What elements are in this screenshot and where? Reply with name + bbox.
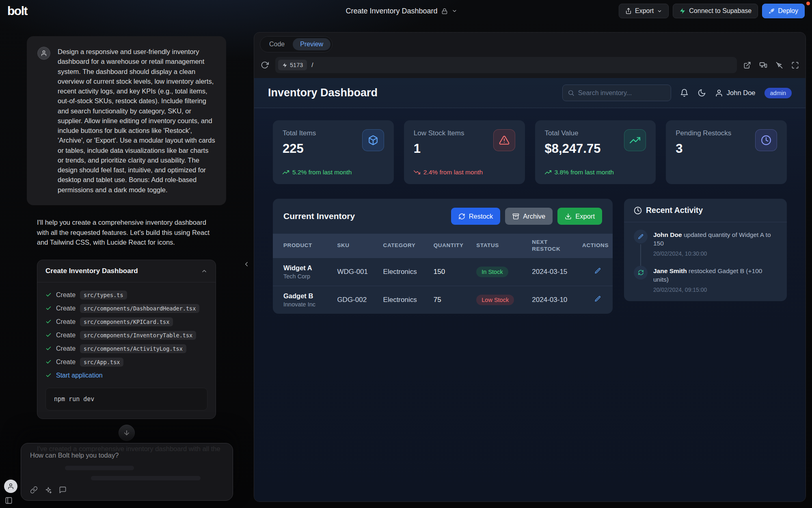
devices-icon[interactable] [759,61,767,69]
port-badge[interactable]: 5173 [278,60,307,70]
quantity-cell[interactable]: 150 [430,258,473,286]
port-bolt-icon [282,63,287,68]
activity-timestamp: 20/02/2024, 09:15:00 [653,287,777,293]
lock-icon [442,8,448,14]
user-menu[interactable]: John Doe [715,89,756,97]
sidebar-toggle-icon[interactable] [5,497,13,504]
column-header: Next Restock [528,234,578,258]
supabase-bolt-icon [679,8,686,14]
activity-item: Jane Smith restocked Gadget B (+100 unit… [634,266,777,293]
dark-mode-toggle-moon-icon[interactable] [698,89,706,97]
check-icon [45,292,52,298]
status-badge: In Stock [476,267,508,277]
search-input[interactable] [578,89,666,97]
role-badge: admin [764,88,792,98]
user-icon [715,89,723,97]
edit-pencil-icon[interactable] [594,295,601,302]
file-chip[interactable]: src/components/DashboardHeader.tsx [80,304,199,313]
file-chip[interactable]: src/components/ActivityLog.tsx [80,344,186,353]
scroll-to-bottom-button[interactable] [119,425,135,441]
kpi-pending-restocks: Pending Restocks 3 [666,120,787,184]
fullscreen-icon[interactable] [791,61,799,69]
build-card-title: Create Inventory Dashboard [45,267,138,275]
file-chip[interactable]: src/App.tsx [80,358,123,367]
editor-tabs-row: Code Preview [254,33,806,55]
current-inventory-card: Current Inventory Restock Archive [273,199,613,314]
bell-icon[interactable] [680,89,689,97]
chat-panel: Design a responsive and user-friendly in… [27,36,226,453]
inventory-search[interactable] [562,85,671,101]
export-menu-button[interactable]: Export [619,4,669,18]
check-icon [45,359,52,365]
url-input[interactable]: 5173 / [275,57,737,73]
dashboard-main-row: Current Inventory Restock Archive [254,184,806,328]
kpi-low-stock-items: Low Stock Items 1 2.4% from last month [404,120,525,184]
file-chip[interactable]: src/components/KPICard.tsx [80,317,173,326]
trending-up-icon [624,129,646,151]
project-title: Create Inventory Dashboard [346,7,437,15]
attach-link-icon[interactable] [30,486,38,494]
start-application-link[interactable]: Start application [56,372,103,379]
connect-supabase-button[interactable]: Connect to Supabase [673,4,758,18]
chevron-down-icon [657,9,662,14]
terminal-command[interactable]: npm run dev [45,388,207,410]
chat-input-toolbar [30,486,224,494]
archive-button[interactable]: Archive [505,208,553,225]
build-card-header[interactable]: Create Inventory Dashboard [37,260,216,282]
chat-collapse-handle[interactable] [243,261,250,268]
user-message-text: Design a responsive and user-friendly in… [58,47,216,195]
rendered-app: Inventory Dashboard John Doe admin [254,78,806,501]
inventory-title: Current Inventory [283,211,355,221]
activity-item: John Doe updated quantity of Widget A to… [634,230,777,266]
column-header: Product [273,234,333,258]
package-icon [362,129,384,151]
check-icon [45,345,52,352]
archive-icon [512,213,519,220]
bolt-logo[interactable]: bolt [7,4,27,18]
build-step: Create src/App.tsx [45,355,207,369]
inspect-off-icon[interactable] [775,61,783,69]
trend-up-icon [283,169,289,176]
activity-actor: Jane Smith [653,267,687,274]
column-header: Quantity [430,234,473,258]
code-preview-toggle: Code Preview [260,36,333,52]
tab-preview[interactable]: Preview [293,38,330,50]
user-message: Design a responsive and user-friendly in… [27,36,226,205]
assistant-intro-text: I'll help you create a comprehensive inv… [37,217,217,247]
trend-down-icon [414,169,420,176]
status-badge: Low Stock [476,295,514,305]
collapse-chevron-up-icon[interactable] [201,268,207,274]
preview-toolbar-icons [743,61,799,69]
chat-input-box[interactable] [21,443,233,501]
start-application-step: Start application [45,369,207,382]
open-external-icon[interactable] [743,61,751,69]
export-button[interactable]: Export [557,208,602,225]
timeline-line [640,244,641,266]
dashboard-header-actions: John Doe admin [562,85,792,101]
table-row[interactable]: Gadget B Innovate Inc GDG-002 Electronic… [273,286,613,314]
column-header: Status [472,234,528,258]
restock-button[interactable]: Restock [451,208,501,225]
tab-code[interactable]: Code [262,38,292,50]
table-row[interactable]: Widget A Tech Corp WDG-001 Electronics 1… [273,258,613,286]
file-chip[interactable]: src/components/InventoryTable.tsx [80,331,196,340]
build-steps-card: Create Inventory Dashboard Create src/ty… [37,260,216,419]
enhance-sparkles-icon[interactable] [45,486,52,494]
kpi-cards: Total Items 225 5.2% from last month [254,108,806,184]
edit-pencil-icon[interactable] [594,267,601,274]
project-title-group[interactable]: Create Inventory Dashboard [346,0,457,22]
table-header-row: Product SKU Category Quantity Status Nex… [273,234,613,258]
file-chip[interactable]: src/types.ts [80,291,127,300]
deploy-button[interactable]: Deploy [762,4,805,18]
top-bar-actions: Export Connect to Supabase Deploy [619,4,805,18]
account-avatar[interactable] [4,480,17,493]
restock-refresh-icon [634,266,648,280]
chat-input[interactable] [30,452,224,459]
edit-pencil-icon [634,230,648,243]
kpi-total-value: Total Value $8,247.75 3.8% from last mon… [535,120,656,184]
dashboard-title: Inventory Dashboard [268,87,378,99]
chat-bubble-icon[interactable] [59,486,67,494]
reload-icon[interactable] [261,61,269,69]
quantity-cell[interactable]: 75 [430,286,473,314]
clock-icon [634,206,642,215]
